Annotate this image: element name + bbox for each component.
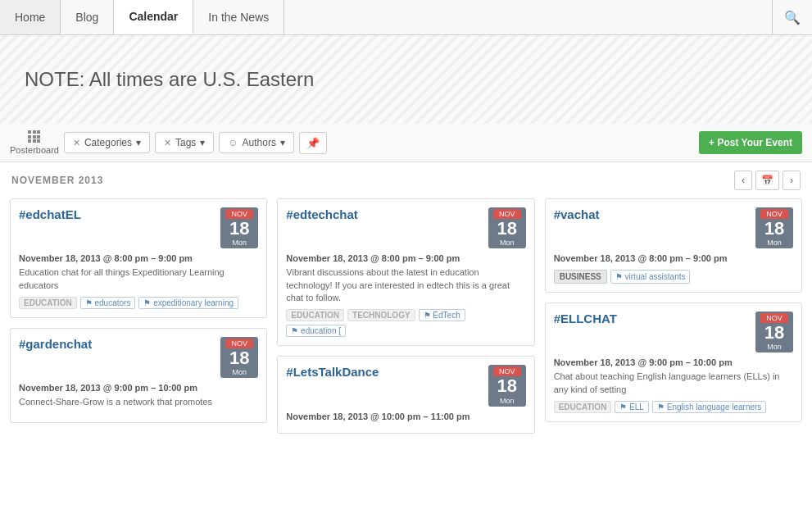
event-date-badge: NOV 18 Mon: [488, 365, 526, 406]
tag[interactable]: ⚑ ELL: [615, 401, 649, 413]
main-nav: Home Blog Calendar In the News 🔍: [0, 0, 812, 35]
authors-button[interactable]: ☺ Authors ▾: [219, 132, 294, 153]
event-card: #edchatEL NOV 18 Mon November 18, 2013 @…: [10, 198, 267, 318]
event-date-badge: NOV 18 Mon: [220, 207, 258, 248]
event-card: #LetsTalkDance NOV 18 Mon November 18, 2…: [277, 356, 534, 433]
event-date-badge: NOV 18 Mon: [488, 207, 526, 248]
categories-button[interactable]: ✕ Categories ▾: [64, 132, 150, 153]
tag[interactable]: EDUCATION: [286, 309, 344, 321]
chevron-icon: ▾: [136, 137, 141, 148]
event-title[interactable]: #ELLCHAT: [554, 312, 617, 325]
event-desc: Chat about teaching English language lea…: [554, 371, 793, 396]
chevron-icon: ▾: [200, 137, 205, 148]
event-datetime: November 18, 2013 @ 8:00 pm – 9:00 pm: [286, 253, 525, 263]
month-label: NOVEMBER 2013: [11, 175, 103, 186]
prev-month-button[interactable]: ‹: [734, 171, 752, 190]
event-card: #vachat NOV 18 Mon November 18, 2013 @ 8…: [545, 198, 802, 293]
event-datetime: November 18, 2013 @ 8:00 pm – 9:00 pm: [554, 253, 793, 263]
tag[interactable]: ⚑ virtual assistants: [610, 270, 691, 284]
grid-icon: [28, 130, 41, 143]
toolbar: Posterboard ✕ Categories ▾ ✕ Tags ▾ ☺ Au…: [0, 124, 812, 162]
event-datetime: November 18, 2013 @ 9:00 pm – 10:00 pm: [554, 357, 793, 367]
banner: NOTE: All times are U.S. Eastern: [0, 35, 812, 124]
calendar-icon-button[interactable]: 📅: [755, 171, 779, 190]
event-title[interactable]: #edchatEL: [19, 207, 81, 221]
events-col-left: #edchatEL NOV 18 Mon November 18, 2013 @…: [10, 198, 267, 434]
event-tags: BUSINESS ⚑ virtual assistants: [554, 270, 793, 284]
tag[interactable]: BUSINESS: [554, 270, 607, 284]
nav-calendar[interactable]: Calendar: [114, 0, 193, 34]
next-month-button[interactable]: ›: [783, 171, 801, 190]
pin-button[interactable]: 📌: [299, 132, 327, 154]
month-bar: NOVEMBER 2013 ‹ 📅 ›: [0, 162, 812, 198]
nav-blog[interactable]: Blog: [61, 0, 114, 34]
tags-button[interactable]: ✕ Tags ▾: [155, 132, 214, 153]
tag[interactable]: ⚑ education [: [286, 325, 346, 337]
tag[interactable]: ⚑ English language learners: [652, 401, 766, 413]
event-date-badge: NOV 18 Mon: [755, 312, 793, 353]
event-datetime: November 18, 2013 @ 9:00 pm – 10:00 pm: [19, 383, 258, 393]
tag[interactable]: ⚑ expeditionary learning: [138, 297, 238, 309]
event-tags: EDUCATION ⚑ educators ⚑ expeditionary le…: [19, 297, 258, 309]
event-desc: Connect-Share-Grow is a network that pro…: [19, 396, 258, 408]
person-icon: ☺: [228, 137, 238, 148]
nav-home[interactable]: Home: [0, 0, 61, 34]
event-datetime: November 18, 2013 @ 10:00 pm – 11:00 pm: [286, 412, 525, 421]
event-title[interactable]: #vachat: [554, 207, 600, 221]
x-icon: ✕: [164, 138, 171, 148]
event-title[interactable]: #edtechchat: [286, 207, 358, 221]
nav-in-the-news[interactable]: In the News: [193, 0, 284, 34]
events-col-right: #vachat NOV 18 Mon November 18, 2013 @ 8…: [545, 198, 802, 434]
tag[interactable]: ⚑ EdTech: [419, 309, 465, 321]
event-desc: Vibrant discussions about the latest in …: [286, 266, 525, 304]
tag[interactable]: EDUCATION: [554, 401, 612, 413]
x-icon: ✕: [73, 138, 80, 148]
events-area: #edchatEL NOV 18 Mon November 18, 2013 @…: [0, 198, 812, 450]
event-tags: EDUCATION TECHNOLOGY ⚑ EdTech ⚑ educatio…: [286, 309, 525, 337]
event-date-badge: NOV 18 Mon: [755, 207, 793, 248]
event-title[interactable]: #LetsTalkDance: [286, 365, 379, 379]
event-card: #edtechchat NOV 18 Mon November 18, 2013…: [277, 198, 534, 346]
tag[interactable]: EDUCATION: [19, 297, 77, 309]
event-card: #gardenchat NOV 18 Mon November 18, 2013…: [10, 328, 267, 423]
event-datetime: November 18, 2013 @ 8:00 pm – 9:00 pm: [19, 253, 258, 263]
search-icon[interactable]: 🔍: [772, 0, 812, 34]
tag[interactable]: TECHNOLOGY: [347, 309, 415, 321]
posterboard-button[interactable]: Posterboard: [10, 130, 59, 155]
chevron-icon: ▾: [280, 137, 285, 148]
event-card: #ELLCHAT NOV 18 Mon November 18, 2013 @ …: [545, 302, 802, 422]
tag[interactable]: ⚑ educators: [80, 297, 136, 309]
event-tags: EDUCATION ⚑ ELL ⚑ English language learn…: [554, 401, 793, 413]
event-date-badge: NOV 18 Mon: [220, 337, 258, 378]
events-grid: #edchatEL NOV 18 Mon November 18, 2013 @…: [10, 198, 802, 434]
events-col-mid: #edtechchat NOV 18 Mon November 18, 2013…: [277, 198, 534, 434]
banner-text: NOTE: All times are U.S. Eastern: [25, 68, 787, 91]
post-event-button[interactable]: + Post Your Event: [699, 131, 802, 154]
event-desc: Education chat for all things Expedition…: [19, 266, 258, 292]
event-title[interactable]: #gardenchat: [19, 337, 92, 351]
calendar-nav: ‹ 📅 ›: [734, 171, 801, 190]
